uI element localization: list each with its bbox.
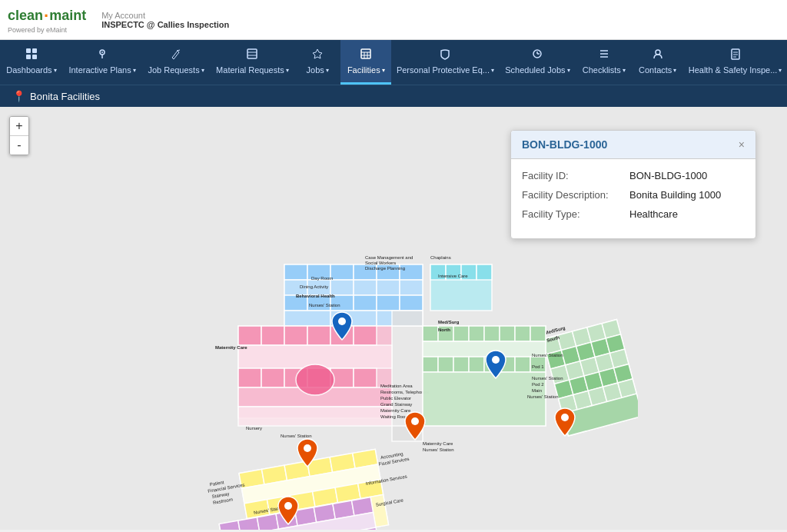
svg-point-206 — [304, 444, 311, 452]
svg-rect-2 — [26, 55, 31, 59]
svg-text:Nurses' Station: Nurses' Station — [423, 447, 454, 452]
svg-text:Nurses' Station: Nurses' Station — [532, 376, 563, 381]
svg-text:Pod 1: Pod 1 — [532, 364, 544, 369]
svg-text:Chaplains: Chaplains — [430, 255, 451, 260]
map-area: .room { stroke: #fff; stroke-width: 1.5;… — [0, 107, 787, 530]
zoom-out-button[interactable]: - — [10, 136, 28, 155]
nav-label-facilities: Facilities▾ — [347, 65, 385, 75]
nav-arrow-health-safety: ▾ — [779, 67, 782, 74]
nav-item-dashboards[interactable]: Dashboards▾ — [0, 40, 63, 85]
nav-item-contacts[interactable]: Contacts▾ — [632, 40, 683, 85]
nav-arrow-scheduled-jobs: ▾ — [567, 67, 570, 74]
nav-item-facilities[interactable]: Facilities▾ — [340, 40, 391, 85]
zoom-in-button[interactable]: + — [10, 117, 28, 135]
svg-rect-126 — [423, 341, 546, 357]
nav-item-health-safety[interactable]: Health & Safety Inspe...▾ — [683, 40, 787, 85]
nav-label-job-requests: Job Requests▾ — [148, 65, 204, 75]
interactive-plans-icon — [96, 48, 108, 63]
svg-text:Nursery: Nursery — [246, 426, 262, 431]
svg-rect-133 — [515, 357, 530, 372]
contacts-icon — [652, 48, 664, 63]
svg-rect-135 — [423, 372, 546, 426]
nav-label-checklists: Checklists▾ — [583, 65, 626, 75]
checklists-icon — [598, 48, 610, 63]
svg-point-107 — [296, 364, 334, 395]
popup-value-facility-desc: Bonita Building 1000 — [629, 189, 721, 201]
svg-text:Restrooms, Telephones: Restrooms, Telephones — [380, 390, 429, 394]
svg-text:Social Workers: Social Workers — [365, 261, 396, 265]
nav-item-job-requests[interactable]: Job Requests▾ — [141, 40, 210, 85]
svg-text:Pod 2: Pod 2 — [532, 382, 544, 387]
nav-label-material-requests: Material Requests▾ — [216, 65, 289, 75]
popup-header: BON-BLDG-1000 × — [511, 131, 755, 159]
svg-rect-74 — [284, 311, 330, 326]
svg-text:Behavioral Health: Behavioral Health — [296, 294, 335, 298]
ppe-icon — [439, 48, 451, 63]
nav-arrow-job-requests: ▾ — [201, 67, 204, 74]
svg-rect-100 — [261, 368, 284, 387]
svg-point-5 — [101, 52, 103, 53]
location-icon: 📍 — [12, 90, 25, 102]
logo-maint: maint — [49, 8, 86, 24]
account-name: INSPECTC @ Callies Inspection — [101, 20, 229, 29]
svg-text:Maternity Care: Maternity Care — [215, 345, 247, 350]
popup-value-facility-id: BON-BLDG-1000 — [629, 170, 707, 181]
popup-close-button[interactable]: × — [739, 139, 745, 150]
logo: clean · maint — [8, 6, 86, 26]
svg-rect-99 — [238, 368, 261, 387]
material-requests-icon — [246, 48, 258, 63]
svg-text:Meditation Area: Meditation Area — [380, 384, 413, 388]
nav-arrow-material-requests: ▾ — [286, 67, 289, 74]
jobs-icon — [311, 48, 324, 63]
logo-dot: · — [44, 6, 48, 26]
nav-arrow-facilities: ▾ — [382, 67, 385, 74]
nav-arrow-dashboards: ▾ — [54, 67, 57, 74]
nav-arrow-interactive-plans: ▾ — [133, 67, 136, 74]
nav-item-ppe[interactable]: Personal Protective Eq...▾ — [391, 40, 499, 85]
nav-item-jobs[interactable]: Jobs▾ — [294, 40, 340, 85]
breadcrumb-bar: 📍 Bonita Facilities — [0, 85, 787, 107]
nav-item-interactive-plans[interactable]: Interactive Plans▾ — [63, 40, 142, 85]
svg-rect-95 — [307, 326, 330, 345]
svg-point-208 — [561, 414, 569, 421]
account-info: My Account INSPECTC @ Callies Inspection — [101, 11, 229, 29]
svg-rect-56 — [284, 264, 307, 280]
svg-text:Discharge Planning: Discharge Planning — [365, 266, 405, 271]
dashboards-icon — [25, 48, 38, 63]
nav-label-ppe: Personal Protective Eq...▾ — [397, 65, 494, 75]
popup-row-facility-type: Facility Type: Healthcare — [522, 208, 745, 220]
nav-item-material-requests[interactable]: Material Requests▾ — [211, 40, 295, 85]
breadcrumb-text: Bonita Facilities — [30, 91, 100, 102]
svg-rect-172 — [257, 514, 278, 530]
svg-text:Nurses' Station: Nurses' Station — [281, 434, 312, 438]
svg-point-204 — [338, 318, 346, 325]
nav-arrow-jobs: ▾ — [326, 67, 329, 74]
svg-text:Day Room: Day Room — [311, 276, 333, 281]
account-label: My Account — [101, 11, 229, 20]
nav-item-checklists[interactable]: Checklists▾ — [576, 40, 632, 85]
svg-text:Med/Surg: Med/Surg — [438, 320, 460, 324]
svg-rect-65 — [354, 280, 377, 295]
svg-rect-171 — [238, 517, 260, 530]
svg-rect-1 — [32, 48, 37, 53]
zoom-controls: + - — [9, 116, 29, 155]
nav-label-dashboards: Dashboards▾ — [6, 65, 56, 75]
nav-arrow-contacts: ▾ — [673, 67, 676, 74]
svg-text:Maternity Care: Maternity Care — [380, 408, 411, 413]
svg-text:Nurses' Station: Nurses' Station — [309, 303, 340, 308]
svg-rect-130 — [469, 357, 484, 372]
svg-rect-104 — [354, 368, 377, 387]
svg-text:Public Elevator: Public Elevator — [380, 396, 411, 401]
svg-rect-10 — [361, 49, 370, 58]
nav-item-scheduled-jobs[interactable]: Scheduled Jobs▾ — [500, 40, 576, 85]
svg-rect-0 — [26, 48, 31, 53]
svg-rect-128 — [438, 357, 453, 372]
svg-rect-67 — [400, 280, 423, 295]
svg-point-21 — [656, 50, 660, 55]
svg-rect-106 — [238, 407, 392, 426]
popup-row-facility-desc: Facility Description: Bonita Building 10… — [522, 189, 745, 201]
logo-clean: clean — [8, 8, 43, 24]
svg-rect-125 — [530, 326, 546, 341]
popup-row-facility-id: Facility ID: BON-BLDG-1000 — [522, 170, 745, 181]
svg-rect-121 — [469, 326, 484, 341]
